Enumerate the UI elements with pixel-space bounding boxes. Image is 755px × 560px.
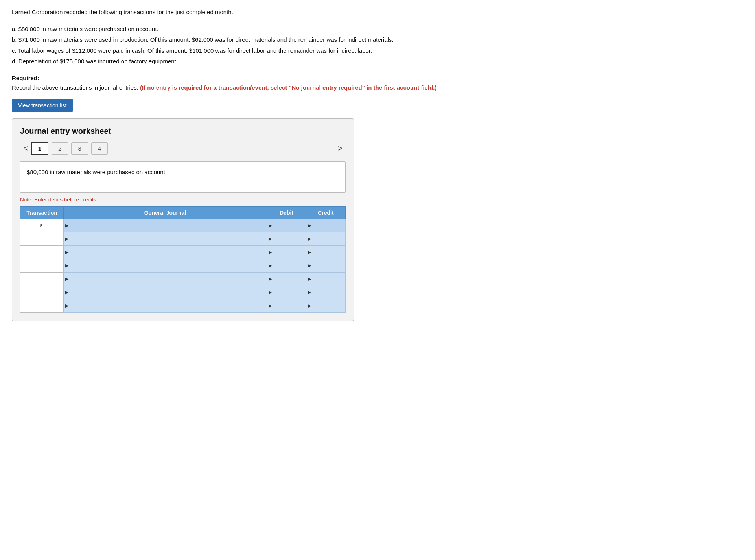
col-header-transaction: Transaction — [20, 206, 64, 219]
table-row: ▶▶▶ — [20, 232, 346, 245]
next-tab-button[interactable]: > — [335, 142, 346, 155]
dropdown-arrow-icon: ▶ — [65, 276, 68, 282]
general-journal-input[interactable] — [64, 246, 267, 259]
debit-input[interactable] — [267, 273, 306, 286]
credit-input[interactable] — [306, 286, 345, 299]
credit-dropdown-arrow-icon: ▶ — [308, 250, 311, 255]
credit-dropdown-arrow-icon: ▶ — [308, 303, 311, 308]
credit-dropdown-arrow-icon: ▶ — [308, 290, 311, 295]
tab-1-button[interactable]: 1 — [31, 142, 48, 155]
transaction-b: b. $71,000 in raw materials were used in… — [12, 35, 743, 45]
transaction-a: a. $80,000 in raw materials were purchas… — [12, 24, 743, 34]
dropdown-arrow-icon: ▶ — [65, 263, 68, 268]
col-header-credit: Credit — [306, 206, 346, 219]
credit-dropdown-arrow-icon: ▶ — [308, 236, 311, 241]
tab-4-button[interactable]: 4 — [91, 142, 108, 155]
debit-input[interactable] — [267, 259, 306, 272]
transaction-cell: a. — [20, 219, 64, 232]
table-row: ▶▶▶ — [20, 245, 346, 259]
debit-cell[interactable]: ▶ — [267, 219, 306, 232]
transaction-description: $80,000 in raw materials were purchased … — [20, 161, 346, 193]
credit-cell[interactable]: ▶ — [306, 245, 346, 259]
debit-input[interactable] — [267, 299, 306, 312]
dropdown-arrow-icon: ▶ — [65, 290, 68, 295]
transactions-list: a. $80,000 in raw materials were purchas… — [12, 24, 743, 66]
transaction-cell — [20, 232, 64, 245]
table-row: ▶▶▶ — [20, 272, 346, 286]
credit-cell[interactable]: ▶ — [306, 232, 346, 245]
general-journal-input[interactable] — [64, 299, 267, 312]
credit-input[interactable] — [306, 246, 345, 259]
dropdown-arrow-icon: ▶ — [65, 223, 68, 228]
debit-input[interactable] — [267, 286, 306, 299]
intro-text: Larned Corporation recorded the followin… — [12, 8, 743, 17]
table-row: ▶▶▶ — [20, 286, 346, 299]
debit-dropdown-arrow-icon: ▶ — [269, 276, 272, 282]
credit-cell[interactable]: ▶ — [306, 259, 346, 272]
credit-input[interactable] — [306, 259, 345, 272]
tab-navigation: < 1 2 3 4 > — [20, 142, 346, 155]
transaction-cell — [20, 286, 64, 299]
general-journal-cell[interactable]: ▶ — [64, 259, 267, 272]
general-journal-input[interactable] — [64, 232, 267, 245]
transaction-cell — [20, 259, 64, 272]
transaction-c: c. Total labor wages of $112,000 were pa… — [12, 46, 743, 56]
general-journal-cell[interactable]: ▶ — [64, 299, 267, 312]
required-section: Required: Record the above transactions … — [12, 74, 743, 92]
debit-dropdown-arrow-icon: ▶ — [269, 290, 272, 295]
credit-dropdown-arrow-icon: ▶ — [308, 223, 311, 228]
transaction-cell — [20, 245, 64, 259]
col-header-general-journal: General Journal — [64, 206, 267, 219]
credit-input[interactable] — [306, 232, 345, 245]
tab-2-button[interactable]: 2 — [52, 142, 68, 155]
debit-dropdown-arrow-icon: ▶ — [269, 263, 272, 268]
debit-input[interactable] — [267, 246, 306, 259]
credit-cell[interactable]: ▶ — [306, 219, 346, 232]
debit-cell[interactable]: ▶ — [267, 232, 306, 245]
debit-input[interactable] — [267, 219, 306, 232]
table-row: ▶▶▶ — [20, 259, 346, 272]
general-journal-input[interactable] — [64, 286, 267, 299]
debit-dropdown-arrow-icon: ▶ — [269, 223, 272, 228]
credit-input[interactable] — [306, 219, 345, 232]
general-journal-cell[interactable]: ▶ — [64, 219, 267, 232]
required-instruction-red: (If no entry is required for a transacti… — [140, 84, 436, 91]
credit-input[interactable] — [306, 273, 345, 286]
credit-cell[interactable]: ▶ — [306, 286, 346, 299]
required-instruction-plain: Record the above transactions in journal… — [12, 84, 138, 91]
debit-cell[interactable]: ▶ — [267, 272, 306, 286]
general-journal-input[interactable] — [64, 259, 267, 272]
general-journal-input[interactable] — [64, 219, 267, 232]
debit-dropdown-arrow-icon: ▶ — [269, 250, 272, 255]
worksheet-container: Journal entry worksheet < 1 2 3 4 > $80,… — [12, 118, 354, 321]
dropdown-arrow-icon: ▶ — [65, 236, 68, 241]
view-transaction-list-button[interactable]: View transaction list — [12, 99, 73, 112]
credit-dropdown-arrow-icon: ▶ — [308, 263, 311, 268]
credit-input[interactable] — [306, 299, 345, 312]
credit-cell[interactable]: ▶ — [306, 299, 346, 312]
col-header-debit: Debit — [267, 206, 306, 219]
general-journal-cell[interactable]: ▶ — [64, 232, 267, 245]
transaction-d: d. Depreciation of $175,000 was incurred… — [12, 56, 743, 66]
note-text: Note: Enter debits before credits. — [20, 197, 346, 203]
tab-3-button[interactable]: 3 — [71, 142, 88, 155]
dropdown-arrow-icon: ▶ — [65, 250, 68, 255]
general-journal-cell[interactable]: ▶ — [64, 245, 267, 259]
general-journal-cell[interactable]: ▶ — [64, 286, 267, 299]
required-label: Required: — [12, 75, 39, 81]
debit-input[interactable] — [267, 232, 306, 245]
general-journal-input[interactable] — [64, 273, 267, 286]
debit-cell[interactable]: ▶ — [267, 259, 306, 272]
table-row: ▶▶▶ — [20, 299, 346, 312]
debit-cell[interactable]: ▶ — [267, 286, 306, 299]
debit-dropdown-arrow-icon: ▶ — [269, 236, 272, 241]
transaction-cell — [20, 272, 64, 286]
debit-cell[interactable]: ▶ — [267, 299, 306, 312]
credit-cell[interactable]: ▶ — [306, 272, 346, 286]
transaction-cell — [20, 299, 64, 312]
debit-dropdown-arrow-icon: ▶ — [269, 303, 272, 308]
prev-tab-button[interactable]: < — [20, 142, 31, 155]
debit-cell[interactable]: ▶ — [267, 245, 306, 259]
credit-dropdown-arrow-icon: ▶ — [308, 276, 311, 282]
general-journal-cell[interactable]: ▶ — [64, 272, 267, 286]
